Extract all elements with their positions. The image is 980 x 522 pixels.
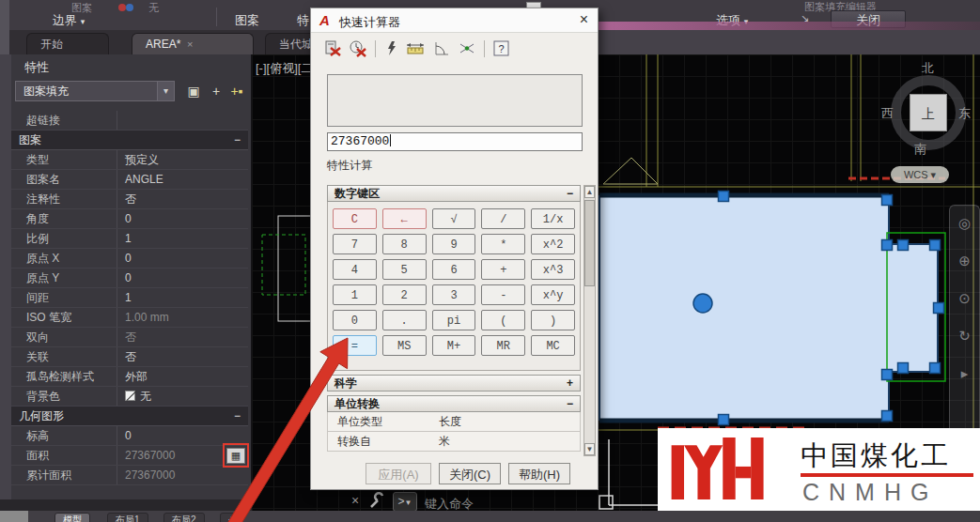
intersection-icon[interactable] — [459, 40, 475, 57]
units-section-header[interactable]: 单位转换 − — [327, 395, 581, 412]
convert-from-row[interactable]: 转换自 米 — [327, 432, 581, 452]
property-row[interactable]: 类型预定义 — [11, 150, 248, 170]
collapse-icon[interactable]: − — [567, 396, 573, 411]
numpad-section-header[interactable]: 数字键区 − — [327, 185, 581, 202]
clear-history-icon[interactable] — [350, 40, 366, 57]
property-row[interactable]: 间距1 — [11, 288, 248, 308]
showmotion-icon[interactable]: ▸ — [961, 365, 969, 382]
calc-key-backspace[interactable]: ← — [382, 208, 427, 229]
zoom-icon[interactable]: ⊙ — [958, 290, 971, 307]
viewcube-south-label[interactable]: 南 — [914, 141, 926, 158]
property-row[interactable]: 孤岛检测样式外部 — [11, 367, 248, 387]
property-row[interactable]: 图案名ANGLE — [11, 170, 248, 190]
viewcube-north-label[interactable]: 北 — [922, 60, 934, 77]
collapse-icon[interactable]: − — [234, 130, 241, 149]
toggle-pickadd-icon[interactable]: +▪ — [227, 81, 246, 101]
select-objects-icon[interactable]: + — [207, 81, 226, 101]
dialog-titlebar[interactable]: A 快速计算器 × — [311, 8, 598, 33]
calc-key-close-paren[interactable]: ) — [531, 310, 575, 330]
scientific-section-header[interactable]: 科学 + — [327, 375, 581, 392]
viewcube-west-label[interactable]: 西 — [881, 105, 894, 122]
orbit-icon[interactable]: ↻ — [958, 328, 971, 345]
calc-key-minus[interactable]: - — [481, 284, 525, 305]
tab-close-icon[interactable]: × — [187, 38, 193, 50]
calc-key-6[interactable]: 6 — [432, 259, 476, 280]
navigation-bar[interactable]: ◎ ⊕ ⊙ ↻ ▸ — [949, 205, 980, 451]
help-button[interactable]: 帮助(H) — [508, 463, 570, 484]
calc-key-9[interactable]: 9 — [432, 234, 476, 254]
calc-key-equals[interactable]: = — [333, 335, 377, 356]
tab-model[interactable]: 模型 — [54, 513, 90, 522]
calc-key-pi[interactable]: pi — [432, 310, 476, 330]
tab-layout2[interactable]: 布局2 — [163, 513, 205, 522]
calc-key-dot[interactable]: . — [382, 310, 427, 330]
calc-key-2[interactable]: 2 — [382, 284, 427, 305]
tab-add-layout[interactable]: + — [220, 513, 242, 522]
tab-layout1[interactable]: 布局1 — [107, 513, 148, 522]
calc-key-8[interactable]: 8 — [382, 234, 427, 254]
property-row[interactable]: 双向否 — [11, 328, 248, 347]
viewcube-east-label[interactable]: 东 — [958, 105, 971, 122]
fullnav-wheel-icon[interactable]: ◎ — [958, 215, 971, 232]
help-icon[interactable]: ? — [493, 40, 510, 57]
tab-start[interactable]: 开始 — [26, 33, 109, 54]
calc-key-plus[interactable]: + — [481, 259, 525, 280]
quick-select-icon[interactable]: ▣ — [184, 81, 203, 101]
distance-icon[interactable] — [406, 40, 425, 57]
property-row[interactable]: 累计面积27367000 — [11, 466, 248, 485]
viewcube-top-face[interactable]: 上 — [910, 94, 947, 131]
calc-key-mc[interactable]: MC — [531, 335, 575, 356]
dialog-scrollbar[interactable]: ▲ ▼ — [583, 185, 596, 456]
property-row-area[interactable]: 面积 27367000 ▦ — [11, 446, 248, 466]
unit-type-row[interactable]: 单位类型 长度 — [327, 412, 581, 432]
calc-key-4[interactable]: 4 — [333, 259, 377, 280]
get-coordinates-icon[interactable] — [384, 40, 397, 57]
calc-key-power[interactable]: x^y — [531, 284, 575, 305]
wcs-menu[interactable]: WCS ▾ — [891, 166, 949, 183]
clear-icon[interactable] — [324, 40, 341, 57]
pan-icon[interactable]: ⊕ — [958, 253, 971, 269]
property-row[interactable]: 标高0 — [11, 426, 248, 446]
close-button[interactable]: 关闭(C) — [439, 463, 501, 484]
history-area[interactable] — [327, 74, 583, 127]
apply-button[interactable]: 应用(A) — [366, 463, 431, 484]
commandline-close-icon[interactable]: × — [351, 493, 359, 508]
calc-key-divide[interactable]: / — [481, 208, 525, 229]
property-row[interactable]: ISO 笔宽1.00 mm — [11, 308, 248, 328]
calc-key-5[interactable]: 5 — [382, 259, 427, 280]
calc-input-field[interactable]: 27367000 — [327, 132, 583, 151]
angle-icon[interactable] — [433, 40, 450, 57]
dialog-close-icon[interactable]: × — [580, 11, 588, 28]
calc-key-open-paren[interactable]: ( — [481, 310, 525, 330]
chevron-down-icon[interactable]: ▾ — [157, 82, 174, 100]
property-row[interactable]: 注释性否 — [11, 190, 248, 209]
object-type-selector[interactable]: 图案填充 ▾ — [15, 81, 175, 101]
scroll-thumb[interactable] — [584, 200, 595, 286]
collapse-icon[interactable]: − — [234, 407, 241, 425]
wrench-icon[interactable] — [368, 492, 387, 511]
calc-key-mplus[interactable]: M+ — [432, 335, 476, 356]
calc-key-ms[interactable]: MS — [382, 335, 427, 356]
calc-key-sqrt[interactable]: √ — [432, 208, 476, 229]
calc-key-0[interactable]: 0 — [333, 310, 377, 330]
scroll-down-icon[interactable]: ▼ — [584, 443, 595, 455]
collapse-icon[interactable]: − — [567, 186, 573, 201]
calc-key-multiply[interactable]: * — [481, 234, 525, 254]
pattern-panel-button[interactable]: 图案 — [235, 12, 259, 29]
boundary-panel-button[interactable]: 边界 ▾ — [53, 12, 85, 29]
calc-key-3[interactable]: 3 — [432, 284, 476, 305]
property-row-background-color[interactable]: 背景色 无 — [11, 387, 248, 407]
calc-key-7[interactable]: 7 — [333, 234, 377, 254]
section-header-geometry[interactable]: 几何图形 − — [11, 407, 248, 426]
property-row[interactable]: 原点 X0 — [11, 249, 248, 269]
calc-key-1[interactable]: 1 — [333, 284, 377, 305]
expand-icon[interactable]: + — [567, 376, 573, 391]
section-header-pattern[interactable]: 图案 − — [11, 130, 248, 150]
calc-key-cube[interactable]: x^3 — [531, 259, 575, 280]
calc-key-inverse[interactable]: 1/x — [531, 208, 575, 229]
scroll-up-icon[interactable]: ▲ — [584, 186, 595, 198]
palette-grip[interactable] — [0, 54, 11, 499]
property-row[interactable]: 比例1 — [11, 229, 248, 249]
property-row[interactable]: 原点 Y0 — [11, 269, 248, 288]
calc-key-clear[interactable]: C — [333, 208, 377, 229]
